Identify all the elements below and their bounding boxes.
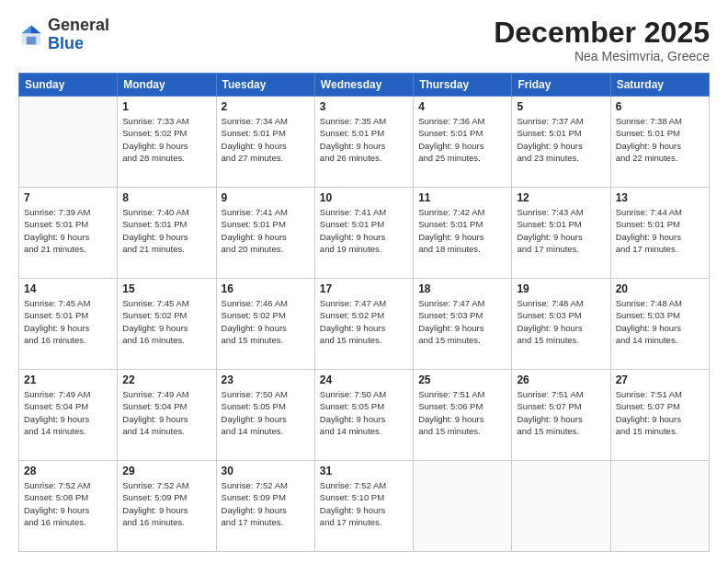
logo-blue: Blue [48,34,84,52]
day-info: Sunrise: 7:48 AM Sunset: 5:03 PM Dayligh… [517,297,605,346]
day-cell: 16Sunrise: 7:46 AM Sunset: 5:02 PM Dayli… [216,279,314,370]
day-info: Sunrise: 7:36 AM Sunset: 5:01 PM Dayligh… [418,115,506,164]
day-number: 30 [222,465,310,477]
week-row-5: 28Sunrise: 7:52 AM Sunset: 5:08 PM Dayli… [19,461,710,552]
day-cell: 9Sunrise: 7:41 AM Sunset: 5:01 PM Daylig… [216,188,314,279]
day-number: 3 [320,100,408,113]
day-cell: 15Sunrise: 7:45 AM Sunset: 5:02 PM Dayli… [118,279,216,370]
logo-icon [18,22,44,48]
day-number: 13 [616,191,704,204]
title-block: December 2025 Nea Mesimvria, Greece [494,17,710,63]
day-cell: 6Sunrise: 7:38 AM Sunset: 5:01 PM Daylig… [610,97,709,188]
svg-marker-1 [31,25,41,33]
day-cell: 11Sunrise: 7:42 AM Sunset: 5:01 PM Dayli… [414,188,512,279]
day-cell: 4Sunrise: 7:36 AM Sunset: 5:01 PM Daylig… [414,97,512,188]
day-info: Sunrise: 7:52 AM Sunset: 5:08 PM Dayligh… [24,479,112,528]
day-cell: 22Sunrise: 7:49 AM Sunset: 5:04 PM Dayli… [118,370,216,461]
day-info: Sunrise: 7:51 AM Sunset: 5:07 PM Dayligh… [616,388,704,437]
day-cell: 24Sunrise: 7:50 AM Sunset: 5:05 PM Dayli… [314,370,413,461]
logo-text: General Blue [48,17,109,53]
day-number: 11 [418,191,506,204]
day-number: 2 [222,100,310,113]
week-row-2: 7Sunrise: 7:39 AM Sunset: 5:01 PM Daylig… [19,188,710,279]
calendar: SundayMondayTuesdayWednesdayThursdayFrid… [18,73,710,552]
page: General Blue December 2025 Nea Mesimvria… [0,0,728,563]
day-number: 5 [517,100,605,113]
day-cell: 8Sunrise: 7:40 AM Sunset: 5:01 PM Daylig… [118,188,216,279]
day-info: Sunrise: 7:38 AM Sunset: 5:01 PM Dayligh… [616,115,704,164]
day-info: Sunrise: 7:41 AM Sunset: 5:01 PM Dayligh… [222,206,310,255]
day-cell: 7Sunrise: 7:39 AM Sunset: 5:01 PM Daylig… [19,188,118,279]
day-cell: 12Sunrise: 7:43 AM Sunset: 5:01 PM Dayli… [512,188,610,279]
day-cell: 27Sunrise: 7:51 AM Sunset: 5:07 PM Dayli… [610,370,709,461]
day-cell: 28Sunrise: 7:52 AM Sunset: 5:08 PM Dayli… [19,461,118,552]
day-info: Sunrise: 7:39 AM Sunset: 5:01 PM Dayligh… [24,206,112,255]
day-info: Sunrise: 7:52 AM Sunset: 5:09 PM Dayligh… [122,479,210,528]
day-number: 6 [616,100,704,113]
day-cell: 1Sunrise: 7:33 AM Sunset: 5:02 PM Daylig… [118,97,216,188]
day-info: Sunrise: 7:43 AM Sunset: 5:01 PM Dayligh… [517,206,605,255]
day-info: Sunrise: 7:52 AM Sunset: 5:10 PM Dayligh… [320,479,408,528]
day-number: 16 [222,282,310,295]
day-info: Sunrise: 7:49 AM Sunset: 5:04 PM Dayligh… [24,388,112,437]
svg-rect-3 [27,37,37,45]
day-cell [19,97,118,188]
day-info: Sunrise: 7:47 AM Sunset: 5:03 PM Dayligh… [418,297,506,346]
day-cell: 31Sunrise: 7:52 AM Sunset: 5:10 PM Dayli… [314,461,413,552]
day-cell: 18Sunrise: 7:47 AM Sunset: 5:03 PM Dayli… [414,279,512,370]
col-header-sunday: Sunday [19,74,118,97]
day-info: Sunrise: 7:35 AM Sunset: 5:01 PM Dayligh… [320,115,408,164]
day-number: 19 [517,282,605,295]
day-info: Sunrise: 7:51 AM Sunset: 5:07 PM Dayligh… [517,388,605,437]
col-header-monday: Monday [118,74,216,97]
day-number: 29 [122,465,210,477]
week-row-1: 1Sunrise: 7:33 AM Sunset: 5:02 PM Daylig… [19,97,710,188]
day-cell: 23Sunrise: 7:50 AM Sunset: 5:05 PM Dayli… [216,370,314,461]
logo-general: General [48,16,109,34]
col-header-thursday: Thursday [414,74,512,97]
day-info: Sunrise: 7:41 AM Sunset: 5:01 PM Dayligh… [320,206,408,255]
day-number: 4 [418,100,506,113]
header-row: SundayMondayTuesdayWednesdayThursdayFrid… [19,74,710,97]
day-number: 18 [418,282,506,295]
day-number: 7 [24,191,112,204]
day-cell: 21Sunrise: 7:49 AM Sunset: 5:04 PM Dayli… [19,370,118,461]
day-number: 25 [418,373,506,386]
day-info: Sunrise: 7:45 AM Sunset: 5:02 PM Dayligh… [122,297,210,346]
day-cell: 13Sunrise: 7:44 AM Sunset: 5:01 PM Dayli… [610,188,709,279]
day-number: 1 [122,100,210,113]
day-info: Sunrise: 7:40 AM Sunset: 5:01 PM Dayligh… [122,206,210,255]
day-number: 26 [517,373,605,386]
day-cell: 20Sunrise: 7:48 AM Sunset: 5:03 PM Dayli… [610,279,709,370]
day-info: Sunrise: 7:50 AM Sunset: 5:05 PM Dayligh… [222,388,310,437]
day-cell: 19Sunrise: 7:48 AM Sunset: 5:03 PM Dayli… [512,279,610,370]
day-cell [512,461,610,552]
day-info: Sunrise: 7:47 AM Sunset: 5:02 PM Dayligh… [320,297,408,346]
day-cell: 3Sunrise: 7:35 AM Sunset: 5:01 PM Daylig… [314,97,413,188]
day-number: 9 [222,191,310,204]
day-info: Sunrise: 7:33 AM Sunset: 5:02 PM Dayligh… [122,115,210,164]
day-cell [610,461,709,552]
day-cell: 14Sunrise: 7:45 AM Sunset: 5:01 PM Dayli… [19,279,118,370]
svg-marker-2 [22,25,32,33]
day-cell: 25Sunrise: 7:51 AM Sunset: 5:06 PM Dayli… [414,370,512,461]
day-number: 21 [24,373,112,386]
day-cell [414,461,512,552]
day-number: 24 [320,373,408,386]
day-number: 31 [320,465,408,477]
day-info: Sunrise: 7:45 AM Sunset: 5:01 PM Dayligh… [24,297,112,346]
day-info: Sunrise: 7:37 AM Sunset: 5:01 PM Dayligh… [517,115,605,164]
day-number: 20 [616,282,704,295]
col-header-saturday: Saturday [610,74,709,97]
day-info: Sunrise: 7:50 AM Sunset: 5:05 PM Dayligh… [320,388,408,437]
day-info: Sunrise: 7:52 AM Sunset: 5:09 PM Dayligh… [222,479,310,528]
day-number: 8 [122,191,210,204]
day-info: Sunrise: 7:46 AM Sunset: 5:02 PM Dayligh… [222,297,310,346]
col-header-wednesday: Wednesday [314,74,413,97]
col-header-friday: Friday [512,74,610,97]
day-cell: 5Sunrise: 7:37 AM Sunset: 5:01 PM Daylig… [512,97,610,188]
day-number: 12 [517,191,605,204]
day-cell: 26Sunrise: 7:51 AM Sunset: 5:07 PM Dayli… [512,370,610,461]
day-cell: 2Sunrise: 7:34 AM Sunset: 5:01 PM Daylig… [216,97,314,188]
week-row-3: 14Sunrise: 7:45 AM Sunset: 5:01 PM Dayli… [19,279,710,370]
